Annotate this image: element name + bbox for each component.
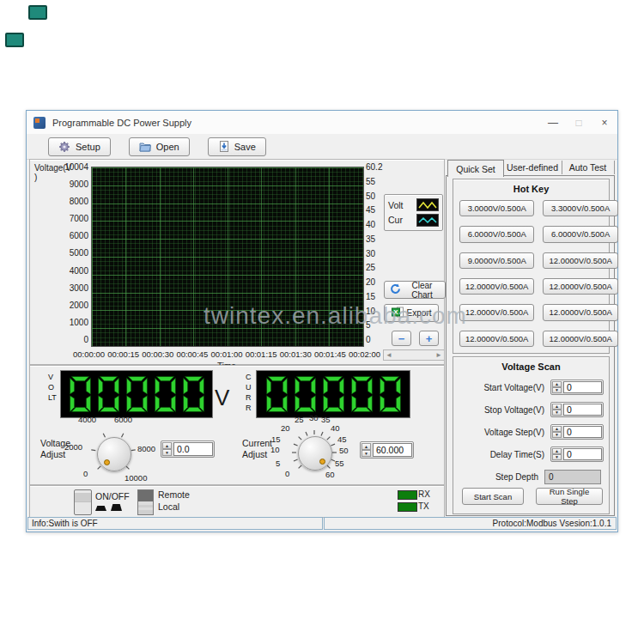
spinner-up[interactable]: ▲ [552,404,562,410]
legend-cur-label: Cur [388,215,403,225]
step-depth-value: 0 [544,470,601,484]
chart-panel: Voltage(V) 100049000 80007000 60005000 4… [29,159,445,365]
y-axis-left-ticks: 100049000 80007000 60005000 40003000 200… [35,162,88,344]
chart-plot [91,167,364,347]
switch-off-icon [95,506,106,511]
spinner-up[interactable]: ▲ [552,381,562,387]
legend-volt-label: Volt [388,200,404,210]
power-rocker-switch[interactable] [74,489,92,515]
volt-unit: V [215,385,229,411]
delay-time-field: ▲▼ [550,447,604,462]
save-icon [218,141,229,152]
knob-indicator-dot [319,459,325,465]
start-voltage-input[interactable] [563,381,602,393]
switch-panel: ON/OFF Remote Local RX TX [29,485,445,518]
seven-seg-digit [96,374,121,414]
start-scan-button[interactable]: Start Scan [462,488,524,505]
seven-seg-digit [349,374,374,414]
seven-seg-digit [68,374,93,414]
export-button[interactable]: X Export [384,304,439,322]
current-adjust-field: ▲ ▼ [360,441,414,459]
tx-label: TX [418,501,429,511]
scan-row-start-voltage: Start Voltage(V) ▲▼ [457,376,604,398]
current-adjust-input[interactable] [373,443,412,457]
clear-chart-button[interactable]: Clear Chart [384,281,446,299]
hotkey-button[interactable]: 3.3000V/0.500A [543,200,617,216]
knob-indicator-dot [104,459,110,465]
spinner-up[interactable]: ▲ [552,426,562,432]
app-icon [33,117,46,129]
stop-voltage-input[interactable] [563,404,602,416]
hotkey-button[interactable]: 12.0000V/0.500A [543,278,617,295]
tx-led [398,502,417,512]
spinner-up[interactable]: ▲ [162,442,172,449]
spinner-down[interactable]: ▼ [361,450,371,457]
hotkey-button[interactable]: 12.0000V/0.500A [543,252,617,269]
scroll-left-arrow[interactable]: ◄ [386,351,392,359]
hotkey-button[interactable]: 12.0000V/0.500A [459,304,534,320]
voltage-adjust-knob[interactable] [97,437,131,471]
voltage-step-field: ▲▼ [550,424,604,440]
maximize-button[interactable]: □ [566,111,592,134]
delay-time-input[interactable] [563,448,602,460]
chart-scrollbar[interactable]: ◄ ► [383,349,445,361]
status-protocol: Protocol:Modbus Vsesion:1.0.1 [324,517,617,530]
hotkey-group: Hot Key 3.0000V/0.500A 3.3000V/0.500A 6.… [453,179,610,354]
curr-display-label: CURR [246,372,254,413]
hotkey-button[interactable]: 6.0000V/0.500A [459,226,534,242]
local-label: Local [158,501,179,512]
hotkey-button[interactable]: 12.0000V/0.500A [543,304,617,320]
hotkey-title: Hot Key [453,184,609,194]
spinner-up[interactable]: ▲ [552,448,562,454]
remote-local-switch[interactable] [137,489,154,515]
save-button[interactable]: Save [208,137,266,156]
voltage-scan-group: Voltage Scan Start Voltage(V) ▲▼ Stop Vo… [453,356,610,514]
hotkey-button[interactable]: 12.0000V/0.500A [459,278,534,295]
voltage-step-input[interactable] [563,426,602,438]
seven-seg-digit [125,374,149,414]
voltage-scan-title: Voltage Scan [453,361,609,372]
switch-on-icon [111,504,122,511]
minimize-button[interactable]: — [540,111,566,134]
spinner-down[interactable]: ▼ [552,454,562,460]
seven-seg-digit [293,374,318,414]
spinner-down[interactable]: ▼ [552,432,562,438]
window-title: Programmable DC Power Supply [52,118,191,128]
tab-quick-set[interactable]: Quick Set [447,160,504,177]
rx-led [398,490,417,500]
titlebar: Programmable DC Power Supply — □ × [27,111,617,135]
voltage-adjust-field: ▲ ▼ [161,440,215,458]
current-adjust-label: CurrentAdjust [242,438,272,460]
tab-user-defined[interactable]: User-defined [503,161,562,174]
hotkey-button[interactable]: 12.0000V/0.500A [459,331,534,347]
seven-seg-digit [321,374,346,414]
refresh-icon [390,283,401,296]
scroll-right-arrow[interactable]: ► [435,351,442,359]
spinner-down[interactable]: ▼ [552,410,562,416]
app-window: Programmable DC Power Supply — □ × Setup… [26,110,618,532]
rx-label: RX [418,489,430,499]
plus-icon: + [426,333,433,344]
close-button[interactable]: × [592,111,617,134]
volt-wave-icon [416,198,439,211]
spinner-up[interactable]: ▲ [361,443,371,450]
open-button[interactable]: Open [129,137,190,156]
voltage-adjust-input[interactable] [173,442,213,456]
curr-display [256,370,410,418]
run-single-step-button[interactable]: Run Single Step [536,488,603,505]
zoom-in-button[interactable]: + [419,331,439,346]
tab-auto-test[interactable]: Auto Test [562,161,615,174]
setup-button[interactable]: Setup [48,137,111,156]
spinner-down[interactable]: ▼ [552,387,562,393]
folder-icon [139,141,151,152]
hotkey-button[interactable]: 12.0000V/0.500A [543,331,617,347]
hotkey-button[interactable]: 9.0000V/0.500A [459,252,534,269]
start-voltage-field: ▲▼ [550,380,604,395]
current-adjust-knob[interactable] [298,436,332,471]
status-info: Info:Swith is OFF [27,517,323,530]
spinner-down[interactable]: ▼ [162,449,172,456]
zoom-out-button[interactable]: − [392,331,411,346]
cur-wave-icon [416,214,439,227]
hotkey-button[interactable]: 6.0000V/0.500A [543,226,617,242]
hotkey-button[interactable]: 3.0000V/0.500A [459,200,534,216]
